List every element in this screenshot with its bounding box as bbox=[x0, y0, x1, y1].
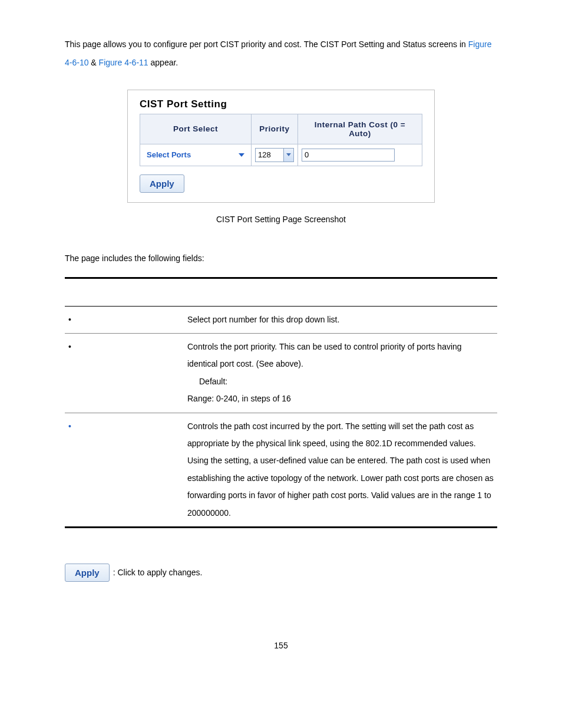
th-internal-path-cost: Internal Path Cost (0 = Auto) bbox=[298, 114, 422, 144]
cist-config-table: Port Select Priority Internal Path Cost … bbox=[140, 114, 422, 166]
priority-dropdown[interactable]: 128 bbox=[255, 148, 294, 162]
intro-amp: & bbox=[88, 58, 98, 67]
intro-paragraph: This page allows you to configure per po… bbox=[65, 35, 497, 72]
port-select-value: Select Ports bbox=[147, 150, 191, 159]
screenshot-caption: CIST Port Setting Page Screenshot bbox=[65, 215, 497, 224]
object-cell: • bbox=[65, 333, 184, 413]
cist-port-setting-panel: CIST Port Setting Port Select Priority I… bbox=[127, 90, 435, 203]
th-object bbox=[65, 278, 184, 306]
panel-title: CIST Port Setting bbox=[140, 98, 422, 110]
intro-text-1: This page allows you to configure per po… bbox=[65, 39, 468, 49]
fields-description-table: • Select port number for this drop down … bbox=[65, 277, 497, 528]
th-port-select: Port Select bbox=[140, 114, 252, 144]
apply-button-image: Apply bbox=[65, 564, 110, 582]
object-cell: • bbox=[65, 306, 184, 333]
apply-button-description: : Click to apply changes. bbox=[113, 568, 203, 577]
buttons-description-row: Apply : Click to apply changes. bbox=[65, 564, 497, 582]
figure-link-2[interactable]: Figure 4-6-11 bbox=[99, 58, 148, 67]
port-select-dropdown[interactable]: Select Ports bbox=[144, 148, 247, 162]
page-number: 155 bbox=[65, 641, 497, 650]
apply-button[interactable]: Apply bbox=[140, 174, 184, 193]
desc-priority: Controls the port priority. This can be … bbox=[184, 333, 497, 413]
object-cell: • bbox=[65, 413, 184, 527]
fields-intro: The page includes the following fields: bbox=[65, 253, 497, 263]
desc-port-select: Select port number for this drop down li… bbox=[184, 306, 497, 333]
th-priority: Priority bbox=[252, 114, 298, 144]
internal-path-cost-input[interactable] bbox=[302, 149, 395, 162]
priority-chevron-box bbox=[283, 149, 293, 162]
chevron-down-icon bbox=[286, 153, 291, 156]
desc-internal-path-cost: Controls the path cost incurred by the p… bbox=[184, 413, 497, 527]
chevron-down-icon bbox=[239, 153, 244, 157]
priority-value: 128 bbox=[258, 150, 271, 159]
intro-text-2: appear. bbox=[148, 58, 178, 67]
th-description bbox=[184, 278, 497, 306]
